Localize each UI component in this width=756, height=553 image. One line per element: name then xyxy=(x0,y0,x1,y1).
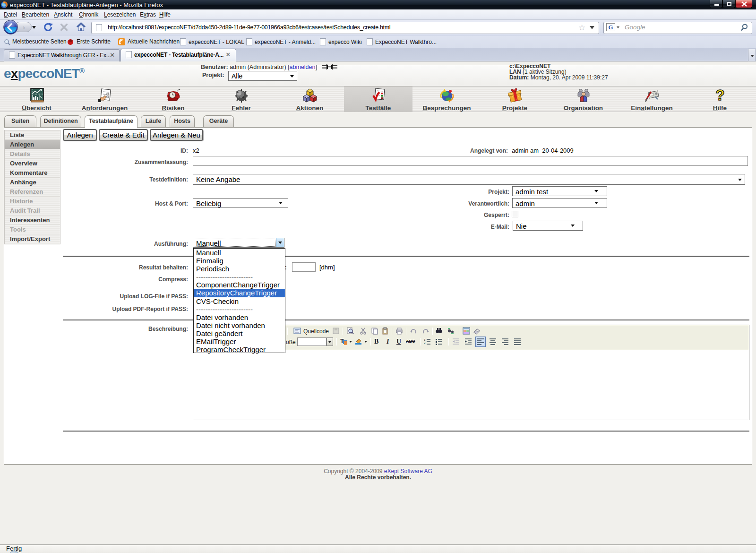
svg-text:2: 2 xyxy=(424,341,426,344)
svg-text:?: ? xyxy=(715,88,725,103)
